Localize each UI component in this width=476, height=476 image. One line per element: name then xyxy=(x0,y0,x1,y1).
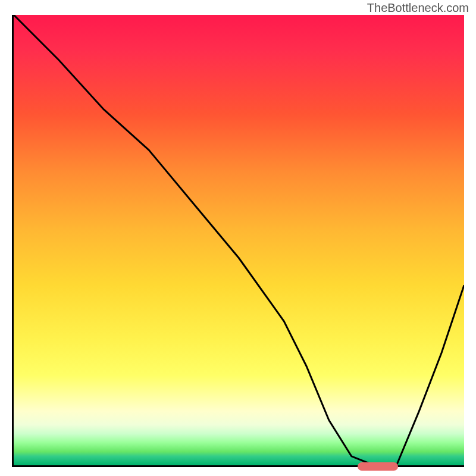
chart-container xyxy=(12,15,464,467)
chart-curve xyxy=(14,15,464,465)
watermark-text: TheBottleneck.com xyxy=(367,1,469,15)
ideal-range-marker xyxy=(358,462,398,471)
